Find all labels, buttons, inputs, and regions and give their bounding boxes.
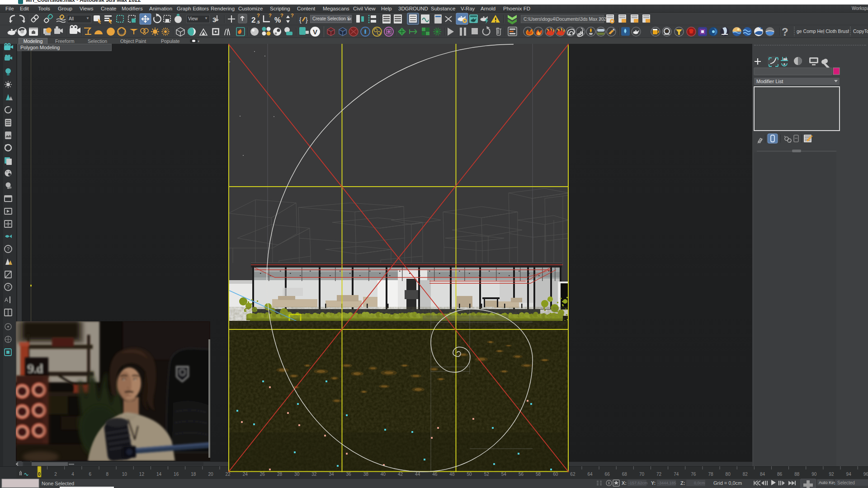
- svg-text:64: 64: [587, 472, 593, 477]
- svg-text:86: 86: [777, 472, 783, 477]
- svg-text:32: 32: [311, 472, 317, 477]
- svg-text:50: 50: [467, 472, 472, 477]
- svg-text:68: 68: [622, 472, 627, 477]
- svg-text:6: 6: [89, 472, 91, 477]
- svg-text:10: 10: [122, 472, 127, 477]
- svg-text:▾: ▾: [198, 39, 199, 43]
- svg-text:96: 96: [863, 472, 868, 477]
- svg-text:24: 24: [243, 472, 248, 477]
- svg-text:74: 74: [674, 472, 679, 477]
- svg-text:Selected: Selected: [837, 480, 855, 485]
- svg-text:78: 78: [708, 472, 713, 477]
- svg-text:46: 46: [432, 472, 438, 477]
- svg-text:62: 62: [570, 472, 576, 477]
- svg-text:Z:: Z:: [680, 480, 685, 486]
- svg-text:?: ?: [280, 13, 283, 18]
- svg-text:94: 94: [846, 472, 852, 477]
- svg-text:A: A: [5, 297, 8, 303]
- svg-text:92: 92: [829, 472, 834, 477]
- svg-text:70: 70: [639, 472, 645, 477]
- svg-text:40: 40: [381, 472, 386, 477]
- svg-text:?: ?: [291, 13, 294, 18]
- svg-text:84: 84: [760, 472, 765, 477]
- svg-text:Y:: Y:: [651, 480, 656, 486]
- svg-text:0: 0: [38, 472, 41, 477]
- svg-text:14: 14: [156, 472, 162, 477]
- svg-text:26: 26: [260, 472, 265, 477]
- svg-text:20: 20: [208, 472, 213, 477]
- svg-text:}: }: [306, 16, 308, 23]
- svg-text:80: 80: [726, 472, 731, 477]
- svg-text:34: 34: [329, 472, 334, 477]
- svg-text:Modifier List: Modifier List: [756, 79, 783, 84]
- svg-text:?: ?: [7, 246, 9, 252]
- svg-text:None Selected: None Selected: [42, 481, 74, 486]
- svg-text:58: 58: [536, 472, 541, 477]
- svg-text:72: 72: [656, 472, 662, 477]
- svg-text:56: 56: [519, 472, 524, 477]
- svg-text:38: 38: [363, 472, 369, 477]
- svg-text:?: ?: [782, 26, 788, 38]
- svg-text:Auto Key: Auto Key: [819, 480, 836, 485]
- svg-text:36: 36: [346, 472, 352, 477]
- svg-text:54: 54: [501, 472, 507, 477]
- svg-text:?: ?: [257, 13, 260, 18]
- svg-text:-157,62cm: -157,62cm: [628, 481, 648, 485]
- svg-text:2: 2: [251, 16, 255, 24]
- svg-text:18: 18: [191, 472, 196, 477]
- svg-text:28: 28: [277, 472, 283, 477]
- svg-text:2: 2: [54, 472, 57, 477]
- svg-text:Grid = 0,0cm: Grid = 0,0cm: [713, 480, 742, 486]
- svg-text:-3444,185: -3444,185: [658, 481, 676, 485]
- svg-text:?: ?: [269, 13, 272, 18]
- svg-text:60: 60: [553, 472, 558, 477]
- svg-text:X:: X:: [622, 480, 627, 486]
- svg-text:0,0cm: 0,0cm: [694, 481, 705, 485]
- svg-text:90: 90: [811, 472, 817, 477]
- svg-text:44: 44: [415, 472, 420, 477]
- svg-text:52: 52: [484, 472, 490, 477]
- svg-text:.5: .5: [256, 20, 260, 24]
- svg-text:16: 16: [174, 472, 179, 477]
- svg-text:?: ?: [7, 284, 9, 290]
- svg-text:V: V: [313, 28, 317, 36]
- svg-text:12: 12: [139, 472, 145, 477]
- svg-text:76: 76: [691, 472, 696, 477]
- svg-text:22: 22: [226, 472, 231, 477]
- svg-text:30: 30: [294, 472, 300, 477]
- svg-text:42: 42: [398, 472, 403, 477]
- svg-text:8: 8: [106, 472, 109, 477]
- svg-text:48: 48: [449, 472, 455, 477]
- svg-text:88: 88: [794, 472, 800, 477]
- svg-text:66: 66: [605, 472, 610, 477]
- svg-text:82: 82: [743, 472, 748, 477]
- svg-text:4: 4: [71, 472, 74, 477]
- svg-text:{: {: [299, 16, 302, 23]
